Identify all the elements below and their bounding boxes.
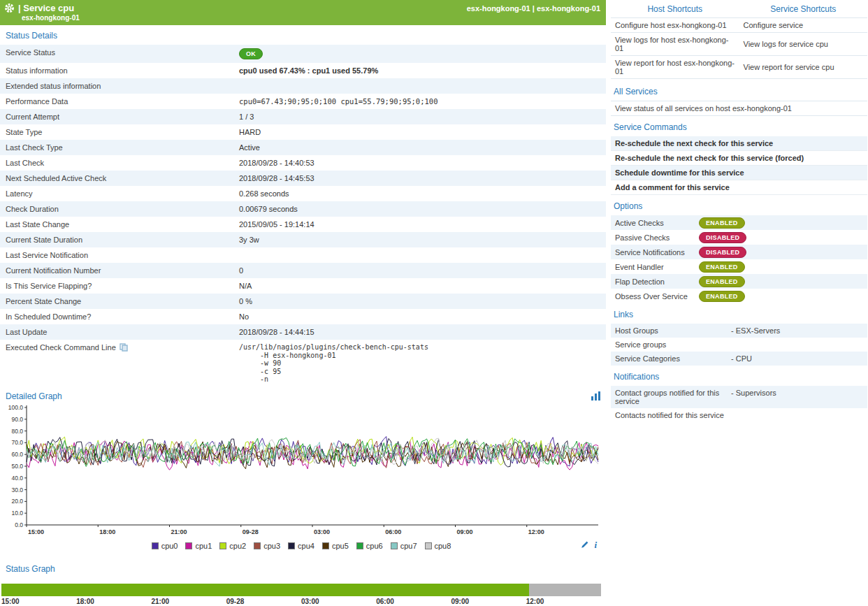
bar-chart-icon[interactable] <box>591 391 600 402</box>
option-label: Active Checks <box>615 219 699 227</box>
legend-item: cpu4 <box>288 542 314 550</box>
service-shortcuts-header[interactable]: Service Shortcuts <box>739 1 868 18</box>
status-row: Latency0.268 seconds <box>0 186 606 201</box>
notifications-row-label: Contact groups notified for this service <box>615 389 731 405</box>
notifications-row-label: Contacts notified for this service <box>615 411 731 419</box>
service-shortcut-link[interactable]: View logs for service cpu <box>739 33 868 56</box>
status-row-label: In Scheduled Downtime? <box>0 309 233 324</box>
svg-text:06:00: 06:00 <box>385 528 401 535</box>
status-row-value: Active <box>233 140 606 155</box>
status-row-label: Performance Data <box>0 94 233 109</box>
svg-text:09-28: 09-28 <box>243 528 259 535</box>
svg-text:40.0: 40.0 <box>11 474 23 481</box>
status-row-label: Latency <box>0 186 233 201</box>
shortcut-row: Configure host esx-hongkong-01Configure … <box>611 18 867 33</box>
status-row-value: cpu0=67.43;90;95;0;100 cpu1=55.79;90;95;… <box>233 94 606 109</box>
service-commands-title[interactable]: Service Commands <box>611 116 867 136</box>
status-row-label: State Type <box>0 124 233 140</box>
edit-graph-icon[interactable] <box>581 540 589 550</box>
service-command-link[interactable]: Add a comment for this service <box>611 180 867 195</box>
notifications-row-value[interactable]: - Supervisors <box>731 389 776 405</box>
links-row-value[interactable]: - ESX-Servers <box>731 326 780 335</box>
service-command-link[interactable]: Schedule downtime for this service <box>611 166 867 180</box>
links-row-value[interactable]: - CPU <box>731 354 752 363</box>
status-row-value: 0.268 seconds <box>233 186 606 201</box>
status-row: Last State Change2015/09/05 - 19:14:14 <box>0 217 606 232</box>
status-details-table: Service StatusOKStatus informationcpu0 u… <box>0 45 606 387</box>
legend-label: cpu2 <box>229 542 246 550</box>
all-services-link[interactable]: View status of all services on host esx-… <box>611 101 867 116</box>
status-graph-tick-label: 15:00 <box>1 598 20 605</box>
service-shortcut-link[interactable]: Configure service <box>739 18 868 33</box>
status-row: Current Notification Number0 <box>0 263 606 278</box>
status-row-label: Status information <box>0 63 233 78</box>
status-graph-tick-label: 03:00 <box>301 598 319 605</box>
links-title[interactable]: Links <box>611 303 867 324</box>
status-row-label: Next Scheduled Active Check <box>0 171 233 186</box>
clipboard-icon[interactable] <box>120 343 128 353</box>
status-graph-segment-gray <box>529 584 601 596</box>
service-commands-rows: Re-schedule the next check for this serv… <box>611 136 867 195</box>
status-row-label: Current State Duration <box>0 232 233 247</box>
svg-text:60.0: 60.0 <box>11 451 23 458</box>
status-row: Status informationcpu0 used 67.43% : cpu… <box>0 63 606 78</box>
option-row: Active ChecksENABLED <box>611 215 867 230</box>
detailed-graph-canvas[interactable]: 0.010.020.030.040.050.060.070.080.090.01… <box>1 403 601 538</box>
legend-swatch <box>322 542 329 549</box>
notifications-title[interactable]: Notifications <box>611 366 867 386</box>
status-row: Current Attempt1 / 3 <box>0 109 606 124</box>
service-header-bar: | Service cpu esx-hongkong-01 esx-hongko… <box>0 0 606 25</box>
options-rows: Active ChecksENABLEDPassive ChecksDISABL… <box>611 215 867 303</box>
service-shortcut-link[interactable]: View report for service cpu <box>739 56 868 79</box>
host-shortcut-link[interactable]: View logs for host esx-hongkong-01 <box>611 33 739 56</box>
status-row: State TypeHARD <box>0 124 606 140</box>
legend-swatch <box>425 542 432 549</box>
legend-item: cpu2 <box>219 542 246 550</box>
option-label: Passive Checks <box>615 233 699 242</box>
status-row: In Scheduled Downtime?No <box>0 309 606 324</box>
status-graph-bar[interactable] <box>1 584 601 596</box>
svg-text:21:00: 21:00 <box>171 528 187 535</box>
status-row: Is This Service Flapping?N/A <box>0 278 606 294</box>
host-shortcut-link[interactable]: Configure host esx-hongkong-01 <box>611 18 739 33</box>
svg-text:100.0: 100.0 <box>8 404 24 411</box>
legend-label: cpu7 <box>400 542 417 550</box>
status-row-value: 0.00679 seconds <box>233 201 606 217</box>
status-row-value: /usr/lib/nagios/plugins/check-bench-cpu-… <box>233 340 606 387</box>
header-breadcrumb[interactable]: esx-hongkong-01 | esx-hongkong-01 <box>467 4 600 13</box>
gear-icon[interactable] <box>4 3 15 13</box>
host-shortcuts-header[interactable]: Host Shortcuts <box>611 1 739 18</box>
status-row-value: N/A <box>233 278 606 294</box>
service-command-link[interactable]: Re-schedule the next check for this serv… <box>611 136 867 151</box>
status-row-value: 0 <box>233 263 606 278</box>
host-subtitle-link[interactable]: esx-hongkong-01 <box>22 14 600 22</box>
shortcut-row: View logs for host esx-hongkong-01View l… <box>611 33 867 56</box>
legend-label: cpu5 <box>332 542 349 550</box>
detailed-graph-title[interactable]: Detailed Graph <box>6 391 62 401</box>
status-details-title[interactable]: Status Details <box>0 25 606 45</box>
svg-text:20.0: 20.0 <box>11 498 23 505</box>
status-row: Last Check TypeActive <box>0 140 606 155</box>
info-icon[interactable]: i <box>594 540 597 551</box>
service-command-link[interactable]: Re-schedule the next check for this serv… <box>611 151 867 166</box>
host-shortcut-link[interactable]: View report for host esx-hongkong-01 <box>611 56 739 79</box>
svg-text:18:00: 18:00 <box>99 528 115 535</box>
status-row: Last Update2018/09/28 - 14:44:15 <box>0 324 606 340</box>
legend-item: cpu8 <box>425 542 451 550</box>
status-row-value <box>233 78 606 94</box>
legend-items: cpu0cpu1cpu2cpu3cpu4cpu5cpu6cpu7cpu8 <box>152 542 451 550</box>
detailed-graph[interactable]: 0.010.020.030.040.050.060.070.080.090.01… <box>0 403 606 539</box>
legend-swatch <box>254 542 261 549</box>
status-row: Last Check2018/09/28 - 14:40:53 <box>0 155 606 171</box>
status-graph-title[interactable]: Status Graph <box>0 558 606 578</box>
status-row: Check Duration0.00679 seconds <box>0 201 606 217</box>
svg-text:09:00: 09:00 <box>457 528 473 535</box>
svg-text:03:00: 03:00 <box>314 528 330 535</box>
service-status-badge: OK <box>239 48 263 59</box>
svg-text:15:00: 15:00 <box>28 528 44 535</box>
options-title[interactable]: Options <box>611 195 867 215</box>
all-services-title[interactable]: All Services <box>611 80 867 101</box>
status-graph-tick-label: 09:00 <box>451 598 470 605</box>
legend-item: cpu0 <box>152 542 178 550</box>
status-row: Next Scheduled Active Check2018/09/28 - … <box>0 171 606 186</box>
